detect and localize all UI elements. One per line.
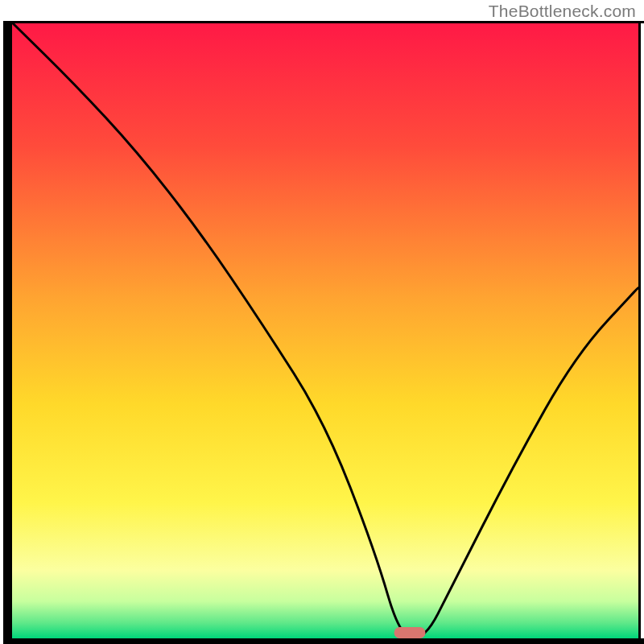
chart-frame	[3, 638, 644, 644]
gradient-background	[12, 23, 638, 638]
watermark-text: TheBottleneck.com	[489, 2, 636, 21]
bottleneck-chart	[0, 0, 644, 644]
optimal-marker	[394, 627, 426, 638]
chart-frame	[3, 21, 644, 23]
chart-frame	[3, 21, 12, 644]
chart-frame	[638, 21, 641, 644]
chart-container: TheBottleneck.com	[0, 0, 644, 644]
